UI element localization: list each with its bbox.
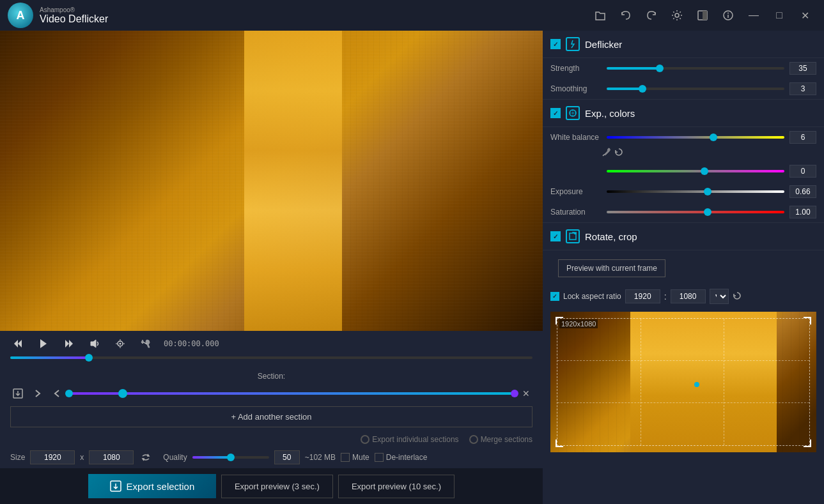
deinterlace-checkbox[interactable] (375, 453, 384, 462)
step-forward-button[interactable] (61, 336, 77, 351)
tools-button[interactable] (138, 336, 153, 351)
smoothing-slider[interactable] (607, 88, 784, 90)
crop-corner-br (804, 439, 811, 447)
section-thumb-right[interactable] (511, 390, 518, 397)
quality-thumb[interactable] (227, 454, 235, 461)
step-back-button[interactable] (10, 336, 26, 351)
saturation-value[interactable] (789, 206, 816, 218)
smoothing-value[interactable] (789, 82, 816, 95)
deinterlace-label: De-interlace (386, 453, 428, 462)
section-range[interactable] (69, 392, 515, 395)
undo-button[interactable] (614, 4, 637, 27)
timeline-thumb[interactable] (85, 354, 93, 362)
section-close-button[interactable]: ✕ (520, 386, 532, 401)
strength-thumb[interactable] (656, 65, 664, 72)
svg-marker-11 (91, 340, 96, 347)
section-right-button[interactable] (31, 386, 45, 401)
deinterlace-option[interactable]: De-interlace (375, 453, 428, 462)
mute-option[interactable]: Mute (341, 453, 369, 462)
crop-center-dot[interactable] (694, 382, 699, 387)
quality-input[interactable] (274, 450, 300, 464)
crop-reset-button[interactable] (733, 291, 742, 302)
deflicker-checkbox[interactable] (550, 39, 561, 49)
crop-corner-tr (804, 317, 811, 325)
colors-checkbox[interactable] (550, 108, 561, 118)
wb2-slider[interactable] (607, 170, 784, 172)
section-play-thumb[interactable] (118, 389, 127, 398)
export-options: Export individual sections Merge section… (10, 432, 532, 447)
play-button[interactable] (36, 336, 51, 351)
video-area (0, 31, 543, 331)
merge-sections-label: Merge sections (481, 435, 532, 444)
logo-icon: A (17, 9, 25, 22)
export-preview-3sec-button[interactable]: Export preview (3 sec.) (221, 475, 333, 498)
app-title-block: Ashampoo® Video Deflicker (40, 6, 108, 25)
minimize-button[interactable]: — (742, 4, 765, 27)
export-individual-radio[interactable] (361, 435, 369, 444)
maximize-button[interactable]: □ (768, 4, 791, 27)
deflicker-header: Deflicker (543, 31, 824, 58)
settings-button[interactable] (665, 4, 688, 27)
export-preview-10sec-button[interactable]: Export preview (10 sec.) (338, 475, 455, 498)
smoothing-thumb[interactable] (639, 85, 646, 93)
crop-grid-h1 (557, 360, 809, 361)
preview-btn-container: Preview with current frame (543, 250, 824, 286)
exposure-thumb[interactable] (704, 188, 711, 195)
crop-dropdown[interactable]: ▼ (710, 289, 729, 304)
open-file-button[interactable] (589, 4, 612, 27)
time-display: 00:00:00.000 (164, 339, 219, 348)
timeline-bar[interactable] (10, 356, 532, 359)
preview-button[interactable] (113, 336, 128, 351)
info-button[interactable] (717, 4, 740, 27)
exposure-value[interactable] (789, 185, 816, 198)
quality-slider[interactable] (192, 456, 269, 459)
theme-button[interactable] (691, 4, 714, 27)
svg-point-13 (120, 343, 121, 345)
crop-height-input[interactable] (671, 289, 706, 303)
rotate-crop-checkbox[interactable] (550, 231, 561, 241)
svg-marker-8 (40, 339, 47, 348)
strength-value[interactable] (789, 62, 816, 75)
eyedropper-button[interactable] (602, 148, 610, 158)
saturation-slider[interactable] (607, 211, 784, 213)
strength-slider[interactable] (607, 67, 784, 70)
section-left-button[interactable] (50, 386, 64, 401)
crop-width-input[interactable] (625, 289, 660, 303)
export-selection-button[interactable]: Export selection (88, 474, 216, 498)
wb-value[interactable] (789, 131, 816, 144)
export-individual-option[interactable]: Export individual sections (361, 435, 458, 444)
lock-aspect-checkbox[interactable] (550, 292, 559, 301)
merge-sections-option[interactable]: Merge sections (469, 435, 532, 444)
playback-controls: 00:00:00.000 (10, 336, 532, 351)
wb-reset-button[interactable] (614, 148, 623, 158)
redo-button[interactable] (640, 4, 663, 27)
swap-dimensions-button[interactable] (139, 450, 153, 464)
width-input[interactable] (30, 450, 75, 464)
size-label: Size (10, 453, 25, 462)
file-size: ~102 MB (305, 453, 336, 462)
height-input[interactable] (89, 450, 134, 464)
section-thumb-left[interactable] (65, 390, 73, 397)
export-individual-label: Export individual sections (372, 435, 458, 444)
merge-sections-radio[interactable] (469, 435, 478, 444)
wb2-value[interactable] (789, 165, 816, 178)
wb-row: White balance (543, 127, 824, 148)
exposure-slider[interactable] (607, 190, 784, 193)
close-button[interactable]: ✕ (793, 4, 816, 27)
wb-slider[interactable] (607, 136, 784, 139)
volume-button[interactable] (87, 336, 102, 351)
preview-frame-button[interactable]: Preview with current frame (558, 259, 665, 277)
section-fill (69, 392, 515, 395)
wb-thumb[interactable] (710, 134, 717, 141)
mute-checkbox[interactable] (341, 453, 350, 462)
wb2-thumb[interactable] (701, 167, 708, 175)
controls-bar: 00:00:00.000 (0, 331, 543, 367)
crop-grid (557, 318, 810, 446)
smoothing-row: Smoothing (543, 79, 824, 99)
section-export-icon[interactable] (10, 386, 26, 401)
smoothing-label: Smoothing (550, 84, 602, 93)
exposure-row: Exposure (543, 181, 824, 202)
add-section-button[interactable]: + Add another section (10, 406, 532, 427)
crop-preview[interactable]: 1920x1080 (550, 312, 816, 452)
saturation-thumb[interactable] (704, 208, 711, 216)
